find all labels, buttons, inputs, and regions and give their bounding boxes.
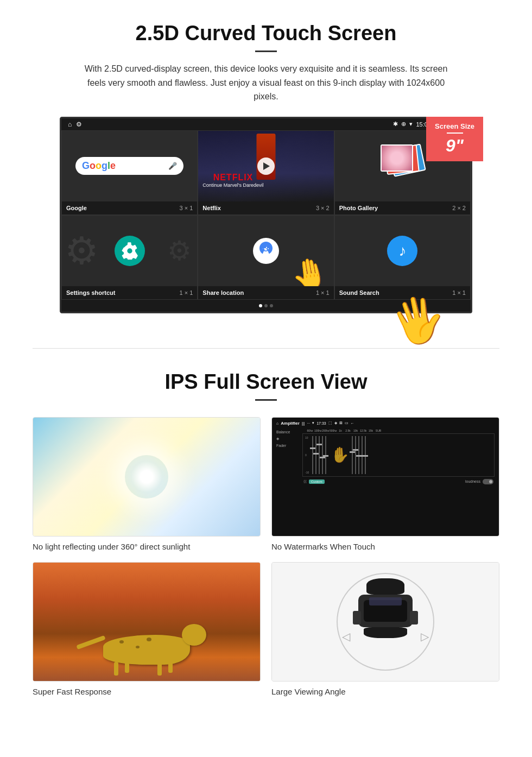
gps-icon: ⊕ — [401, 121, 406, 128]
amp-vol: ◈ — [334, 421, 337, 425]
music-note-icon: ♪ — [398, 242, 406, 260]
google-label: Google — [66, 205, 87, 211]
svg-text:G: G — [263, 244, 269, 253]
screen-size-badge: Screen Size 9" — [426, 117, 483, 161]
car-visual: ◁ ▷ — [272, 563, 499, 681]
app-cell-netflix[interactable]: NETFLIX Continue Marvel's Daredevil Netf… — [198, 130, 334, 215]
amp-time: 17:33 — [316, 421, 326, 425]
google-size: 3 × 1 — [180, 205, 193, 211]
eq-slider-2[interactable] — [315, 436, 316, 474]
eq-slider-1[interactable] — [312, 436, 313, 474]
netflix-cell-inner: NETFLIX Continue Marvel's Daredevil — [198, 131, 333, 201]
netflix-logo-text: NETFLIX — [202, 173, 263, 182]
section-divider — [33, 348, 499, 349]
photo-label-row: Photo Gallery 2 × 2 — [335, 201, 470, 215]
amp-win: ▭ — [345, 421, 349, 425]
sound-cell-inner: ♪ — [335, 216, 470, 286]
share-cell-inner: G 🤚 — [198, 216, 333, 286]
sunburst — [125, 455, 168, 499]
photo-stack — [381, 144, 424, 188]
page-dot-2[interactable] — [264, 304, 268, 307]
amp-toggle[interactable] — [483, 479, 493, 484]
amp-x: ⊠ — [339, 421, 343, 425]
feature-label-watermark: No Watermarks When Touch — [271, 542, 499, 551]
netflix-label-row: Netflix 3 × 2 — [198, 201, 333, 215]
bluetooth-icon: ✱ — [393, 121, 398, 128]
settings-cell-inner: ⚙ ⚙ — [62, 216, 197, 286]
google-label-row: Google 3 × 1 — [62, 201, 197, 215]
left-arrow-icon: ◁ — [342, 630, 350, 643]
badge-label: Screen Size — [435, 122, 474, 130]
feature-car: ◁ ▷ Large Viewing Angle — [271, 562, 499, 696]
sound-icon: ♪ — [387, 236, 417, 266]
car-top-view: ◁ ▷ — [342, 578, 429, 665]
photo-label: Photo Gallery — [339, 205, 378, 211]
feature-img-car: ◁ ▷ — [271, 562, 499, 682]
feature-grid: No light reflecting under 360° direct su… — [33, 417, 499, 696]
app-grid-row2: ⚙ ⚙ Settings shortcut 1 × 1 — [61, 215, 471, 300]
feature-label-sunlight: No light reflecting under 360° direct su… — [33, 542, 261, 551]
status-left: ⌂ ⚙ — [68, 121, 82, 128]
netflix-size: 3 × 2 — [316, 205, 330, 211]
section-curved-screen: 2.5D Curved Touch Screen With 2.5D curve… — [0, 0, 532, 326]
amp-settings-icon: ||| — [302, 421, 305, 425]
feature-sunlight: No light reflecting under 360° direct su… — [33, 417, 261, 551]
device-screen: ⌂ ⚙ ✱ ⊕ ▾ 15:06 ⬚ ◈ ⊠ ▭ — [60, 117, 472, 313]
app-grid-row1: Google 🎤 Google 3 × 1 — [61, 130, 471, 215]
wifi-icon: ▾ — [409, 121, 413, 128]
feature-img-watermark: ⌂ Amplifier ||| ··· ▾ 17:33 ⬚ ◈ ⊠ ▭ ← — [271, 417, 499, 537]
app-cell-share[interactable]: G 🤚 Share location 1 × 1 — [198, 215, 334, 300]
status-bar: ⌂ ⚙ ✱ ⊕ ▾ 15:06 ⬚ ◈ ⊠ ▭ — [61, 118, 471, 130]
amp-header: ⌂ Amplifier ||| ··· ▾ 17:33 ⬚ ◈ ⊠ ▭ ← — [274, 420, 497, 427]
section1-title: 2.5D Curved Touch Screen — [33, 22, 499, 45]
google-search-bar[interactable]: Google 🎤 — [75, 157, 183, 175]
eq-slider-10[interactable] — [365, 436, 366, 474]
share-label: Share location — [202, 289, 244, 296]
section1-underline — [255, 51, 277, 52]
feature-label-car: Large Viewing Angle — [271, 687, 499, 696]
amp-prev-icon: ⟨⟨ — [303, 480, 307, 484]
photo-size: 2 × 2 — [452, 205, 466, 211]
app-cell-sound[interactable]: ♪ Sound Search 1 × 1 — [334, 215, 471, 300]
amp-wifi: ▾ — [312, 421, 314, 425]
sound-label-row: Sound Search 1 × 1 — [335, 286, 470, 299]
feature-img-cheetah — [33, 562, 261, 682]
badge-underline — [447, 133, 463, 134]
sunlight-visual — [33, 418, 260, 536]
usb-icon: ⚙ — [76, 121, 82, 128]
badge-size: 9" — [435, 136, 474, 156]
settings-label: Settings shortcut — [66, 289, 115, 296]
google-maps-icon: G — [253, 238, 279, 264]
section2-underline — [255, 399, 277, 401]
amp-custom-btn[interactable]: Custom — [309, 480, 325, 484]
settings-icon — [115, 236, 145, 266]
g-letter: G — [258, 241, 274, 261]
device-mockup: Screen Size 9" ⌂ ⚙ ✱ ⊕ ▾ 15:06 ⬚ ◈ ⊠ — [60, 117, 472, 313]
sound-label: Sound Search — [339, 289, 379, 296]
netflix-sub-text: Continue Marvel's Daredevil — [202, 182, 263, 188]
app-cell-google[interactable]: Google 🎤 Google 3 × 1 — [61, 130, 198, 215]
app-cell-settings[interactable]: ⚙ ⚙ Settings shortcut 1 × 1 — [61, 215, 198, 300]
car-circle: ◁ ▷ — [337, 573, 434, 671]
eq-slider-3[interactable] — [319, 436, 320, 474]
eq-slider-6[interactable] — [352, 436, 353, 474]
photo-flower — [382, 146, 412, 171]
settings-label-row: Settings shortcut 1 × 1 — [62, 286, 197, 299]
amp-dots: ··· — [307, 421, 310, 425]
section1-description: With 2.5D curved-display screen, this de… — [81, 62, 451, 104]
amp-title: Amplifier — [281, 421, 300, 426]
sound-size: 1 × 1 — [452, 289, 466, 296]
eq-slider-5[interactable] — [325, 436, 326, 474]
amp-cam: ⬚ — [328, 421, 332, 425]
amp-loudness-label: loudness — [465, 480, 480, 483]
share-size: 1 × 1 — [316, 289, 330, 296]
settings-size: 1 × 1 — [180, 289, 193, 296]
cheetah-visual — [33, 563, 260, 681]
google-cell-inner: Google 🎤 — [62, 131, 197, 201]
page-dot-1[interactable] — [259, 304, 262, 307]
right-arrow-icon: ▷ — [421, 630, 429, 643]
page-dot-3[interactable] — [270, 304, 273, 307]
section2-title: IPS Full Screen View — [33, 370, 499, 394]
amp-home-icon: ⌂ — [276, 421, 278, 425]
google-logo: Google — [82, 160, 116, 172]
